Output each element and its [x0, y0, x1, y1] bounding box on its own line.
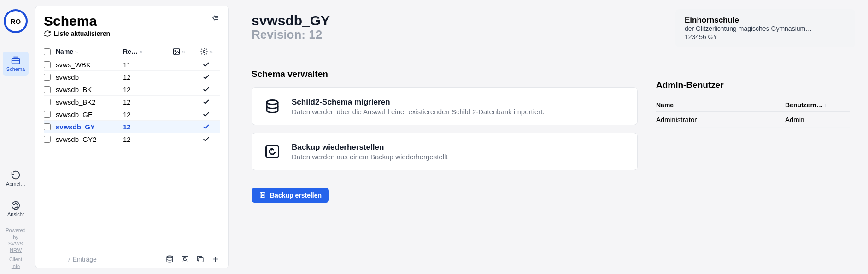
database-icon [264, 98, 281, 115]
image-icon [172, 47, 181, 56]
svg-point-11 [267, 100, 278, 105]
card-migrate[interactable]: Schild2-Schema migrieren Daten werden üb… [252, 87, 638, 125]
powered-nrw-link[interactable]: NRW [10, 247, 22, 253]
row-name: svwsdb_GE [56, 111, 123, 118]
table-header: Name↑↓ Re…↑↓ ↑↓ ↑↓ [44, 46, 220, 58]
table-row[interactable]: svwsdb_BK 12 [44, 83, 220, 95]
row-revision: 12 [123, 98, 164, 106]
row-checkbox[interactable] [44, 123, 51, 130]
check-icon [202, 122, 210, 131]
school-name: Einhornschule [685, 16, 846, 25]
svg-point-7 [203, 51, 205, 53]
check-icon [202, 110, 210, 118]
admin-row-user: Admin [785, 116, 850, 123]
powered-svws-link[interactable]: SVWS [8, 241, 23, 246]
admin-col-name[interactable]: Name [656, 101, 785, 109]
card-migrate-desc: Daten werden über die Auswahl einer exis… [292, 108, 545, 116]
row-name: svwsdb_BK2 [56, 98, 123, 106]
create-backup-label: Backup erstellen [270, 192, 322, 199]
gear-icon [200, 47, 208, 56]
row-revision: 12 [123, 135, 164, 143]
table-row[interactable]: svwsdb_GE 12 [44, 108, 220, 120]
admin-users-panel: Admin-Benutzer Name Benutzern…↑↓ Adminis… [656, 80, 850, 265]
schema-icon [11, 55, 21, 65]
restore-icon [264, 143, 281, 160]
refresh-list-button[interactable]: Liste aktualisieren [44, 30, 110, 37]
row-checkbox[interactable] [44, 86, 51, 93]
svg-point-6 [175, 50, 176, 52]
palette-icon [11, 200, 21, 210]
admin-col-user[interactable]: Benutzern…↑↓ [785, 101, 850, 109]
col-config-header[interactable]: ↑↓ [192, 47, 220, 56]
row-revision: 11 [123, 61, 164, 69]
admin-table-header: Name Benutzern…↑↓ [656, 99, 850, 112]
check-icon [202, 135, 210, 143]
row-count: 7 Einträge [67, 256, 161, 263]
admin-row-name: Administrator [656, 116, 785, 123]
svg-point-8 [167, 256, 173, 258]
card-migrate-title: Schild2-Schema migrieren [292, 98, 545, 107]
school-subtitle: der Glitzerlichtung magisches Gymnasium… [685, 25, 846, 32]
col-name-header[interactable]: Name↑↓ [56, 48, 123, 55]
table-row[interactable]: svwsdb_BK2 12 [44, 95, 220, 108]
col-rev-header[interactable]: Re…↑↓ [123, 48, 164, 55]
select-all-checkbox[interactable] [44, 48, 51, 55]
add-action-icon[interactable] [211, 255, 220, 263]
restore-action-icon[interactable] [181, 255, 189, 263]
school-info-box: Einhornschule der Glitzerlichtung magisc… [675, 9, 855, 47]
row-revision: 12 [123, 86, 164, 93]
svg-point-2 [13, 204, 14, 205]
powered-by: Poweredby SVWS NRW Client Info [6, 227, 25, 269]
schema-panel: Schema Liste aktualisieren Name↑↓ Re…↑↓ … [35, 6, 229, 268]
app-sidebar: RO Schema Abmel… Ansicht Poweredby SVWS … [0, 0, 31, 274]
svg-point-3 [15, 203, 16, 204]
collapse-panel-icon[interactable] [211, 13, 220, 23]
row-revision: 12 [123, 111, 164, 118]
table-row[interactable]: svwsdb_GY2 12 [44, 133, 220, 145]
check-icon [202, 85, 210, 93]
nav-view[interactable]: Ansicht [3, 197, 29, 221]
divider [252, 56, 638, 56]
check-icon [202, 98, 210, 106]
row-checkbox[interactable] [44, 74, 51, 81]
table-row[interactable]: svwsdb 12 [44, 70, 220, 83]
card-restore[interactable]: Backup wiederherstellen Daten werden aus… [252, 133, 638, 170]
table-row[interactable]: svwsdb_GY 12 [44, 120, 220, 133]
row-checkbox[interactable] [44, 99, 51, 105]
refresh-label: Liste aktualisieren [54, 30, 110, 37]
admin-row[interactable]: AdministratorAdmin [656, 112, 850, 128]
db-action-icon[interactable] [165, 255, 174, 263]
row-checkbox[interactable] [44, 61, 51, 68]
panel-title: Schema [44, 13, 110, 29]
svg-rect-5 [173, 49, 180, 54]
svg-rect-10 [199, 257, 203, 262]
nav-logout[interactable]: Abmel… [3, 166, 29, 190]
avatar-initials: RO [11, 17, 21, 25]
section-manage-title: Schema verwalten [252, 69, 638, 79]
check-icon [202, 73, 210, 81]
detail-revision: Revision: 12 [252, 28, 638, 42]
nav-schema-label: Schema [6, 66, 25, 72]
admin-title: Admin-Benutzer [656, 80, 850, 90]
create-backup-button[interactable]: Backup erstellen [252, 188, 329, 203]
row-name: svwsdb_BK [56, 86, 123, 93]
nav-schema[interactable]: Schema [3, 52, 29, 76]
svg-point-4 [17, 204, 18, 205]
school-code: 123456 GY [685, 33, 846, 41]
client-info-link2[interactable]: Info [12, 263, 20, 269]
nav-logout-label: Abmel… [6, 181, 25, 187]
row-name: svws_WBK [56, 61, 123, 69]
card-restore-title: Backup wiederherstellen [292, 143, 448, 152]
row-checkbox[interactable] [44, 111, 51, 118]
svg-rect-12 [266, 146, 279, 158]
svg-rect-14 [261, 196, 264, 198]
table-body: svws_WBK 11 svwsdb 12 svwsdb_BK 12 svwsd… [44, 58, 220, 145]
row-checkbox[interactable] [44, 136, 51, 143]
avatar[interactable]: RO [4, 9, 28, 33]
col-image-header[interactable]: ↑↓ [164, 47, 192, 56]
refresh-icon [44, 30, 51, 37]
row-name: svwsdb_GY [56, 123, 123, 131]
table-row[interactable]: svws_WBK 11 [44, 58, 220, 70]
copy-action-icon[interactable] [196, 255, 205, 263]
client-info-link[interactable]: Client [9, 257, 22, 262]
